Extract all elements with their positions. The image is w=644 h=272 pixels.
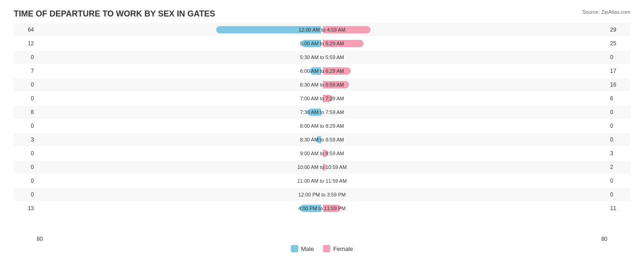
- male-bar-container: [37, 53, 322, 61]
- female-bar-container: [322, 81, 607, 89]
- female-value: 29: [607, 27, 630, 33]
- female-bar-container: [322, 39, 607, 48]
- axis-left: 80: [37, 236, 43, 242]
- table-row: 0 8:00 AM to 8:29 AM 0: [14, 120, 630, 132]
- source-label: Source: ZipAtlas.com: [582, 9, 630, 15]
- legend-male-box: [291, 245, 298, 252]
- male-value: 64: [14, 27, 37, 33]
- female-bar-container: [322, 94, 607, 103]
- female-value: 0: [607, 136, 630, 143]
- table-row: 8 7:30 AM to 7:59 AM 0: [14, 106, 630, 119]
- male-value: 0: [14, 178, 37, 184]
- legend-male-label: Male: [301, 245, 314, 252]
- bars-container: 11:00 AM to 11:59 AM: [37, 174, 607, 187]
- table-row: 3 8:30 AM to 8:59 AM 0: [14, 133, 630, 146]
- male-value: 0: [14, 150, 37, 157]
- female-bar: [323, 67, 351, 75]
- bars-container: 7:30 AM to 7:59 AM: [37, 106, 607, 119]
- male-bar-container: [37, 67, 322, 75]
- male-value: 8: [14, 109, 37, 115]
- male-bar-container: [37, 163, 322, 171]
- female-bar-container: [322, 136, 607, 144]
- male-bar-container: [37, 204, 322, 212]
- legend-female: Female: [323, 245, 353, 252]
- bars-container: 8:00 AM to 8:29 AM: [37, 120, 607, 132]
- male-value: 13: [14, 205, 37, 212]
- male-bar-container: [37, 108, 322, 116]
- male-bar: [301, 40, 321, 47]
- female-bar-container: [322, 177, 607, 185]
- table-row: 7 6:00 AM to 6:29 AM 17: [14, 65, 630, 77]
- male-bar-container: [37, 26, 322, 34]
- table-row: 64 12:00 AM to 4:59 AM 29: [14, 23, 630, 36]
- female-bar: [323, 205, 341, 212]
- female-value: 2: [607, 164, 630, 170]
- female-value: 0: [607, 123, 630, 129]
- female-value: 25: [607, 40, 630, 47]
- legend-female-box: [323, 245, 330, 252]
- male-value: 0: [14, 164, 37, 170]
- table-row: 0 11:00 AM to 11:59 AM 0: [14, 174, 630, 187]
- bars-container: 9:00 AM to 9:59 AM: [37, 147, 607, 160]
- female-bar-container: [322, 108, 607, 116]
- bars-container: 8:30 AM to 8:59 AM: [37, 133, 607, 146]
- female-bar-container: [322, 149, 607, 158]
- bars-container: 5:00 AM to 5:29 AM: [37, 37, 607, 50]
- male-bar-container: [37, 81, 322, 89]
- male-value: 0: [14, 123, 37, 129]
- table-row: 13 4:00 PM to 11:59 PM 11: [14, 202, 630, 215]
- female-value: 6: [607, 95, 630, 102]
- female-value: 0: [607, 178, 630, 184]
- female-bar: [323, 163, 326, 171]
- female-value: 0: [607, 191, 630, 198]
- female-bar: [323, 150, 328, 157]
- table-row: 0 5:30 AM to 5:59 AM 0: [14, 51, 630, 64]
- table-row: 0 7:00 AM to 7:29 AM 6: [14, 92, 630, 105]
- female-bar-container: [322, 67, 607, 75]
- male-value: 0: [14, 95, 37, 102]
- axis-labels: 80 80: [14, 236, 630, 242]
- female-value: 11: [607, 205, 630, 212]
- bars-container: 4:00 PM to 11:59 PM: [37, 202, 607, 215]
- male-bar-container: [37, 149, 322, 158]
- female-value: 0: [607, 109, 630, 115]
- bars-container: 6:30 AM to 6:59 AM: [37, 78, 607, 91]
- female-bar: [323, 26, 371, 33]
- male-bar-container: [37, 94, 322, 103]
- male-bar-container: [37, 39, 322, 48]
- male-value: 0: [14, 191, 37, 198]
- female-value: 3: [607, 150, 630, 157]
- table-row: 0 6:30 AM to 6:59 AM 16: [14, 78, 630, 91]
- male-value: 12: [14, 40, 37, 47]
- male-value: 3: [14, 136, 37, 143]
- male-bar-container: [37, 136, 322, 144]
- male-bar: [300, 205, 321, 212]
- male-bar: [310, 67, 321, 75]
- bars-container: 12:00 AM to 4:59 AM: [37, 23, 607, 36]
- chart-title: TIME OF DEPARTURE TO WORK BY SEX IN GATE…: [14, 9, 630, 19]
- table-row: 12 5:00 AM to 5:29 AM 25: [14, 37, 630, 50]
- male-value: 0: [14, 82, 37, 88]
- axis-right: 80: [601, 236, 607, 242]
- bars-container: 12:00 PM to 3:59 PM: [37, 188, 607, 201]
- female-bar-container: [322, 190, 607, 199]
- female-bar: [323, 95, 333, 102]
- female-bar-container: [322, 122, 607, 130]
- table-row: 0 10:00 AM to 10:59 AM 2: [14, 161, 630, 174]
- male-bar-container: [37, 122, 322, 130]
- bars-container: 7:00 AM to 7:29 AM: [37, 92, 607, 105]
- bars-container: 5:30 AM to 5:59 AM: [37, 51, 607, 64]
- male-value: 7: [14, 68, 37, 74]
- legend-male: Male: [291, 245, 314, 252]
- female-bar: [323, 81, 349, 88]
- male-bar: [308, 109, 321, 116]
- female-bar-container: [322, 163, 607, 171]
- female-bar: [323, 40, 364, 47]
- bars-container: 6:00 AM to 6:29 AM: [37, 65, 607, 77]
- legend-female-label: Female: [333, 245, 353, 252]
- female-bar-container: [322, 204, 607, 212]
- table-row: 0 12:00 PM to 3:59 PM 0: [14, 188, 630, 201]
- legend: Male Female: [14, 245, 630, 252]
- female-value: 17: [607, 68, 630, 74]
- female-value: 0: [607, 54, 630, 60]
